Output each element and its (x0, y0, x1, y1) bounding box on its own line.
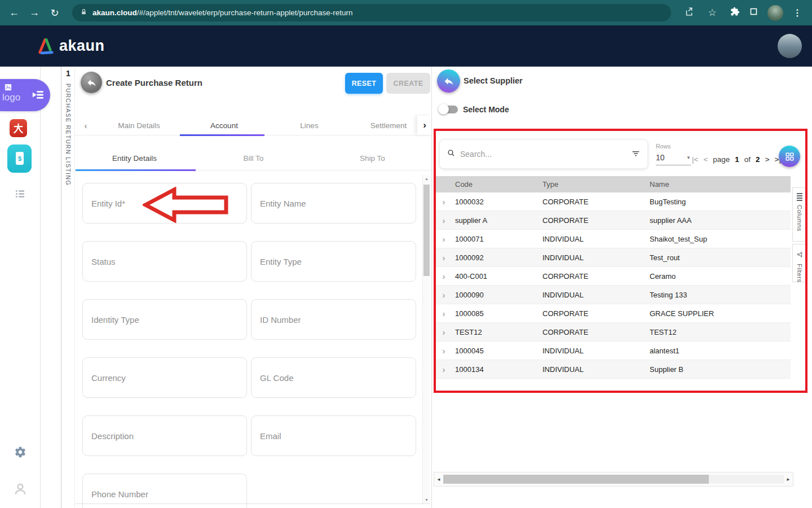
field-email[interactable]: Email (251, 415, 416, 456)
account-subtabs: Entity Details Bill To Ship To (75, 147, 432, 170)
browser-panel-icon[interactable] (749, 7, 758, 18)
list-menu-icon[interactable] (14, 188, 26, 202)
row-expand-icon[interactable]: › (436, 197, 452, 207)
browser-back-icon[interactable]: ← (6, 5, 23, 21)
applet-logo-pill[interactable]: logo (0, 79, 50, 111)
cell-code: 1000090 (452, 291, 539, 299)
select-mode-toggle[interactable] (438, 104, 458, 115)
scrollbar-track[interactable] (443, 475, 784, 484)
caret-down-icon: ▼ (686, 155, 691, 160)
lock-icon (80, 8, 87, 18)
settings-gear-icon[interactable] (14, 446, 27, 461)
prev-page-button[interactable]: < (703, 155, 708, 164)
field-id-number[interactable]: ID Number (251, 299, 416, 340)
applet-da-icon[interactable] (10, 119, 27, 137)
filters-tab[interactable]: Filters (792, 244, 806, 282)
row-expand-icon[interactable]: › (436, 271, 452, 281)
cell-name: TEST12 (646, 328, 753, 336)
applet-voucher-icon[interactable]: $ (7, 144, 32, 173)
browser-reload-icon[interactable]: ↻ (46, 5, 63, 21)
field-description[interactable]: Description (82, 415, 247, 456)
row-expand-icon[interactable]: › (436, 216, 452, 225)
scroll-right-icon[interactable]: ► (784, 477, 793, 482)
bookmark-star-icon[interactable]: ☆ (704, 5, 721, 21)
subtab-entity-details[interactable]: Entity Details (75, 154, 194, 163)
field-gl-code[interactable]: GL Code (251, 357, 416, 398)
browser-menu-icon[interactable]: ⋮ (793, 7, 802, 18)
field-entity-name[interactable]: Entity Name (251, 183, 416, 224)
logo-alt-text: logo (2, 92, 20, 103)
subtab-bill-to[interactable]: Bill To (194, 154, 313, 163)
search-input[interactable] (460, 150, 626, 159)
table-row[interactable]: › supplier A CORPORATE supplier AAA (436, 211, 791, 230)
table-row[interactable]: › 1000090 INDIVIDUAL Testing 133 (436, 286, 791, 304)
tab-main-details[interactable]: Main Details (96, 121, 182, 130)
url-bar[interactable]: akaun.cloud/#/applet/tnt/wavelet/erp/pur… (72, 4, 671, 21)
tab-account[interactable]: Account (182, 121, 267, 130)
scrollbar-thumb[interactable] (423, 185, 430, 276)
subtab-ship-to[interactable]: Ship To (313, 154, 432, 163)
field-status[interactable]: Status (82, 241, 247, 282)
row-expand-icon[interactable]: › (436, 234, 452, 244)
listing-tab[interactable]: 1 PURCHASE RETURN LISTING (61, 67, 74, 508)
table-row[interactable]: › 1000032 CORPORATE BugTesting (436, 192, 791, 211)
table-body: › 1000032 CORPORATE BugTesting › supplie… (436, 192, 791, 379)
scroll-down-icon[interactable]: ▼ (423, 498, 430, 502)
table-row[interactable]: › 1000085 CORPORATE GRACE SUPPLIER (436, 304, 791, 323)
tabs-scroll-left-icon[interactable]: ‹ (75, 121, 96, 130)
filter-list-icon[interactable] (631, 148, 641, 160)
user-avatar[interactable] (778, 34, 802, 58)
form-vertical-scrollbar[interactable]: ▲ ▼ (422, 175, 430, 503)
rows-value: 10 (656, 153, 665, 162)
reset-button[interactable]: RESET (345, 73, 383, 94)
row-expand-icon[interactable]: › (436, 290, 452, 300)
scroll-left-icon[interactable]: ◄ (434, 477, 443, 482)
row-expand-icon[interactable]: › (436, 327, 452, 337)
browser-profile-avatar[interactable] (767, 5, 783, 21)
create-button[interactable]: CREATE (386, 73, 430, 94)
back-button[interactable] (81, 72, 102, 93)
brand-logo[interactable]: akaun (37, 37, 105, 55)
row-expand-icon[interactable]: › (436, 309, 452, 318)
column-code[interactable]: Code (452, 180, 539, 189)
next-page-button[interactable]: > (765, 155, 770, 164)
field-entity-id[interactable]: Entity Id* (82, 183, 247, 224)
row-expand-icon[interactable]: › (436, 346, 452, 356)
browser-forward-icon[interactable]: → (26, 5, 43, 21)
field-identity-type[interactable]: Identity Type (82, 299, 247, 340)
brand-name: akaun (59, 37, 105, 55)
table-row[interactable]: › TEST12 CORPORATE TEST12 (436, 323, 791, 341)
tabs-scroll-right-icon[interactable]: › (417, 116, 432, 135)
share-icon[interactable] (685, 7, 694, 19)
first-page-button[interactable]: |< (692, 155, 698, 164)
supplier-back-button[interactable] (437, 69, 460, 93)
scrollbar-thumb[interactable] (443, 475, 709, 484)
row-expand-icon[interactable]: › (436, 365, 452, 374)
cell-name: Ceramo (646, 272, 753, 281)
active-subtab-underline (76, 169, 196, 171)
extensions-puzzle-icon[interactable] (730, 7, 740, 19)
table-row[interactable]: › 1000045 INDIVIDUAL alantest1 (436, 341, 791, 360)
tab-lines[interactable]: Lines (267, 121, 352, 130)
table-horizontal-scrollbar[interactable]: ◄ ► (434, 472, 793, 487)
field-currency[interactable]: Currency (82, 357, 247, 398)
field-phone-number[interactable]: Phone Number (82, 474, 247, 508)
supplier-search-box[interactable] (439, 139, 648, 169)
account-person-icon[interactable] (13, 481, 28, 498)
row-expand-icon[interactable]: › (436, 253, 452, 262)
tab-settlement[interactable]: Settlement (352, 121, 425, 130)
menu-open-icon[interactable] (30, 87, 45, 104)
rows-per-page[interactable]: Rows 10 ▼ (656, 143, 691, 165)
panel-bottom-divider (75, 503, 430, 504)
field-entity-type[interactable]: Entity Type (251, 241, 416, 282)
column-type[interactable]: Type (539, 180, 646, 189)
column-name[interactable]: Name (646, 180, 753, 189)
columns-tab[interactable]: Columns (792, 187, 806, 242)
scroll-up-icon[interactable]: ▲ (423, 177, 430, 181)
cell-type: CORPORATE (539, 309, 646, 318)
table-row[interactable]: › 1000134 INDIVIDUAL Supplier B (436, 360, 791, 379)
table-row[interactable]: › 400-C001 CORPORATE Ceramo (436, 267, 791, 286)
grid-view-button[interactable] (779, 146, 800, 167)
table-row[interactable]: › 1000071 INDIVIDUAL Shaikot_test_Sup (436, 230, 791, 248)
table-row[interactable]: › 1000092 INDIVIDUAL Test_rout (436, 248, 791, 267)
